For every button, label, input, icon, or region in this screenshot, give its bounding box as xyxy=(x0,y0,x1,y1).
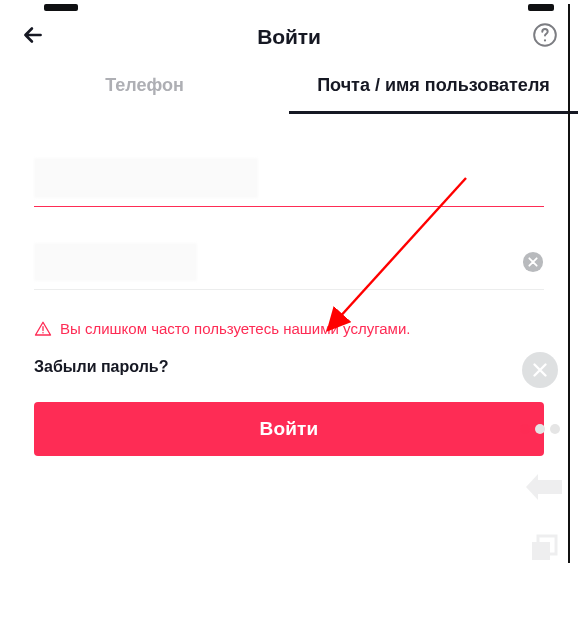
svg-rect-5 xyxy=(532,542,550,560)
arrow-left-icon xyxy=(20,22,46,48)
page-title: Войти xyxy=(257,25,321,49)
login-screen: Войти Телефон Почта / имя пользователя xyxy=(0,0,578,623)
carousel-dot[interactable] xyxy=(520,424,530,434)
statusbar-fragment xyxy=(528,4,554,11)
copy-icon xyxy=(528,532,560,564)
password-input[interactable] xyxy=(34,243,197,281)
clear-icon xyxy=(522,251,544,273)
input-underline xyxy=(34,206,544,207)
login-button[interactable]: Войти xyxy=(34,402,544,456)
statusbar-fragment xyxy=(44,4,78,11)
svg-point-4 xyxy=(42,332,44,334)
close-icon xyxy=(529,359,551,381)
tab-phone[interactable]: Телефон xyxy=(0,62,289,114)
auth-tabs: Телефон Почта / имя пользователя xyxy=(0,62,578,114)
carousel-dot[interactable] xyxy=(550,424,560,434)
header: Войти xyxy=(0,0,578,62)
screenshot-edge xyxy=(568,4,570,563)
help-circle-icon xyxy=(532,22,558,48)
carousel-dots xyxy=(520,424,560,434)
side-copy-indicator xyxy=(528,532,560,568)
help-button[interactable] xyxy=(532,22,558,52)
svg-point-1 xyxy=(544,39,546,41)
username-field-wrap xyxy=(34,158,544,207)
input-underline xyxy=(34,289,544,290)
clear-input-button[interactable] xyxy=(522,251,544,277)
error-message-row: Вы слишком часто пользуетесь нашими услу… xyxy=(34,320,544,338)
forgot-password-link[interactable]: Забыли пароль? xyxy=(34,358,168,376)
overlay-close-button[interactable] xyxy=(522,352,558,388)
error-text: Вы слишком часто пользуетесь нашими услу… xyxy=(60,320,410,337)
username-input[interactable] xyxy=(34,158,258,198)
login-form: Вы слишком часто пользуетесь нашими услу… xyxy=(0,114,578,476)
side-back-indicator xyxy=(524,472,564,506)
arrow-left-thick-icon xyxy=(524,472,564,502)
back-button[interactable] xyxy=(20,22,46,52)
password-field-wrap xyxy=(34,243,544,290)
carousel-dot[interactable] xyxy=(535,424,545,434)
tab-email-username[interactable]: Почта / имя пользователя xyxy=(289,62,578,114)
warning-icon xyxy=(34,320,52,338)
